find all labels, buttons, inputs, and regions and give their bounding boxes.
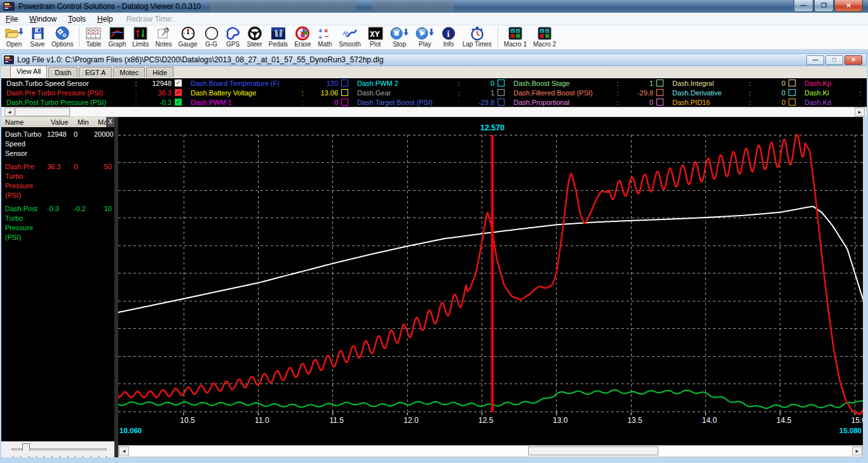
- channel-dash-proportional: Dash.Proportional:0: [508, 97, 667, 107]
- tab-motec[interactable]: Motec: [113, 67, 145, 78]
- toolbar-gps-button[interactable]: GPS: [222, 25, 244, 49]
- svg-text:14.0: 14.0: [702, 416, 717, 425]
- channel-visibility-checkbox[interactable]: [341, 99, 348, 106]
- row-min: 0: [74, 162, 94, 200]
- panel-row[interactable]: Dash.Pre Turbo Pressure (PSI)36.3050: [1, 160, 114, 202]
- minimize-button[interactable]: —: [794, 0, 813, 12]
- toolbar-g-g-button[interactable]: G-G: [201, 25, 222, 49]
- table-grid-icon: [85, 26, 102, 41]
- toolbar-erase-button[interactable]: Erase: [291, 25, 314, 49]
- doc-minimize-button[interactable]: —: [806, 55, 824, 65]
- toolbar-label: Info: [443, 41, 454, 48]
- toolbar-label: Lap Times: [463, 41, 492, 48]
- toolbar-table-button[interactable]: Table: [82, 25, 105, 49]
- chart-scroll-right-icon[interactable]: ►: [852, 446, 862, 455]
- scrollbar-thumb[interactable]: [15, 107, 70, 116]
- slider-thumb[interactable]: [22, 443, 30, 455]
- panel-close-button[interactable]: X: [106, 117, 114, 127]
- panel-row[interactable]: Dash.Post Turbo Pressure (PSI)-0.3-0.210: [1, 202, 114, 244]
- toolbar-graph-button[interactable]: Graph: [105, 25, 129, 49]
- toolbar-save-button[interactable]: Save: [27, 25, 48, 49]
- channel-visibility-checkbox[interactable]: [341, 79, 348, 86]
- channel-visibility-checkbox[interactable]: [656, 79, 663, 86]
- toolbar-steer-button[interactable]: Steer: [244, 25, 266, 49]
- tab-strip: View AllDashEGT AMotecHide: [1, 66, 867, 78]
- channel-visibility-checkbox[interactable]: [789, 89, 796, 96]
- toolbar-open-button[interactable]: Open: [1, 25, 27, 49]
- menu-file[interactable]: File: [0, 13, 24, 25]
- channel-name: Dash.Filtered Boost (PSI): [513, 89, 615, 97]
- doc-close-button[interactable]: ✕: [844, 55, 862, 65]
- channel-visibility-checkbox[interactable]: [656, 99, 663, 106]
- channel-visibility-checkbox[interactable]: [498, 79, 505, 86]
- svg-text:14.5: 14.5: [776, 416, 792, 425]
- channel-visibility-checkbox[interactable]: [789, 99, 796, 106]
- channel-colon: :: [747, 89, 752, 97]
- channel-colon: :: [615, 89, 620, 97]
- channel-dash-target-boost-psi-: Dash.Target Boost (PSI):-29.8: [352, 97, 508, 107]
- channel-visibility-checkbox[interactable]: ✓: [175, 99, 182, 106]
- values-panel: Name Value Min Max X Dash.Turbo Speed Se…: [1, 117, 114, 441]
- toolbar-lap-times-button[interactable]: Lap Times: [459, 25, 495, 49]
- toolbar-smooth-button[interactable]: Smooth: [336, 25, 363, 49]
- toolbar-macro-2-button[interactable]: Macro 2: [530, 25, 559, 49]
- menu-window[interactable]: Window: [24, 13, 62, 25]
- toolbar-macro-1-button[interactable]: Macro 1: [501, 25, 530, 49]
- panel-row[interactable]: Dash.Turbo Speed Sensor12948020000: [1, 127, 114, 160]
- chart-scroll-left-icon[interactable]: ◄: [119, 446, 129, 455]
- pedals-icon: [270, 26, 287, 41]
- toolbar-pedals-button[interactable]: Pedals: [266, 25, 292, 49]
- toolbar-plot-button[interactable]: XYPlot: [364, 25, 387, 49]
- toolbar-play-button[interactable]: Play: [412, 25, 438, 49]
- tab-egt-a[interactable]: EGT A: [79, 67, 112, 78]
- toolbar-stop-button[interactable]: Stop: [387, 25, 412, 49]
- channel-dash-boost-stage: Dash.Boost Stage:1: [508, 78, 667, 88]
- gauge-dial-icon: [180, 26, 196, 41]
- tab-dash[interactable]: Dash: [48, 67, 78, 78]
- restore-button[interactable]: ❐: [814, 0, 834, 12]
- channel-name: Dash.PWM 1: [191, 99, 300, 106]
- chart-scrollbar-thumb[interactable]: [528, 446, 658, 455]
- channel-value: 1: [461, 89, 494, 97]
- row-min: -0.2: [74, 204, 94, 242]
- toolbar-label: Macro 2: [533, 41, 556, 48]
- channel-dash-battery-voltage: Dash.Battery Voltage:13.06: [186, 88, 352, 97]
- toolbar-gauge-button[interactable]: Gauge: [175, 25, 201, 49]
- menu-tools[interactable]: Tools: [62, 13, 92, 25]
- tab-hide[interactable]: Hide: [146, 67, 173, 78]
- tab-view-all[interactable]: View All: [10, 66, 47, 78]
- channel-visibility-checkbox[interactable]: ✓: [175, 89, 182, 96]
- channel-scrollbar[interactable]: ◄ ►: [1, 107, 867, 117]
- channel-visibility-checkbox[interactable]: [498, 89, 505, 96]
- toolbar-notes-button[interactable]: Notes: [152, 25, 175, 49]
- scroll-right-icon[interactable]: ►: [855, 107, 865, 116]
- chart-area[interactable]: 10.511.011.512.012.513.013.514.014.515.0…: [118, 117, 863, 445]
- channel-visibility-checkbox[interactable]: [341, 89, 348, 96]
- chart-scrollbar[interactable]: ◄ ►: [118, 445, 863, 457]
- channel-name: Dash.PID16: [672, 99, 747, 106]
- scroll-left-icon[interactable]: ◄: [4, 107, 15, 116]
- document-titlebar[interactable]: Log File v1.0: C:\Program Files (x86)\PC…: [1, 53, 867, 66]
- toolbar-separator: [498, 27, 498, 47]
- graph-chart-icon: [109, 26, 125, 41]
- toolbar-limits-button[interactable]: Limits: [129, 25, 152, 49]
- close-button[interactable]: ✕: [834, 0, 863, 12]
- xy-plot-icon: XY: [367, 26, 384, 41]
- channel-visibility-checkbox[interactable]: [656, 89, 663, 96]
- channel-name: Dash.Ki: [804, 89, 858, 97]
- channel-dash-derivative: Dash.Derivative:0: [667, 88, 799, 97]
- doc-maximize-button[interactable]: □: [825, 55, 843, 65]
- floppy-save-icon: [31, 26, 44, 41]
- erase-disc-icon: [295, 26, 310, 41]
- channel-visibility-checkbox[interactable]: ✓: [175, 79, 182, 86]
- channel-visibility-checkbox[interactable]: [789, 79, 796, 86]
- channel-visibility-checkbox[interactable]: [498, 99, 505, 106]
- channel-colon: :: [456, 79, 461, 87]
- channel-column: Dash.Board Temperature (F):120Dash.Batte…: [186, 78, 352, 107]
- toolbar-label: Math: [318, 41, 332, 48]
- toolbar-math-button[interactable]: +×÷−Math: [314, 25, 336, 49]
- menu-help[interactable]: Help: [92, 13, 119, 25]
- toolbar-info-button[interactable]: iInfo: [438, 25, 459, 49]
- toolbar-options-button[interactable]: Options: [48, 25, 76, 49]
- channel-value: 0: [752, 79, 785, 87]
